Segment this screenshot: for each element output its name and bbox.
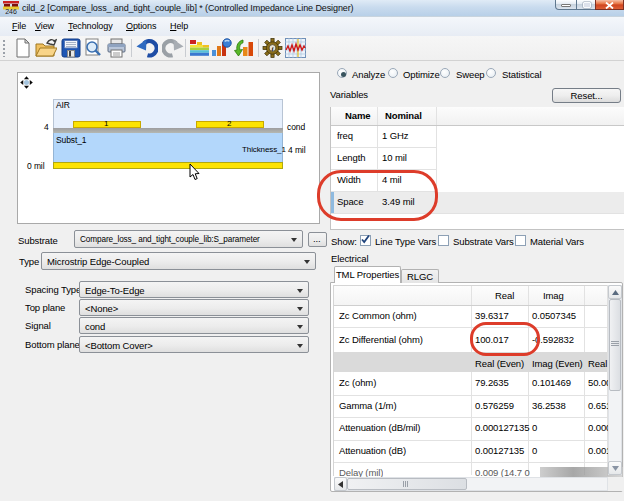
svg-text:i: i (272, 45, 274, 53)
svg-text:246: 246 (5, 8, 17, 15)
